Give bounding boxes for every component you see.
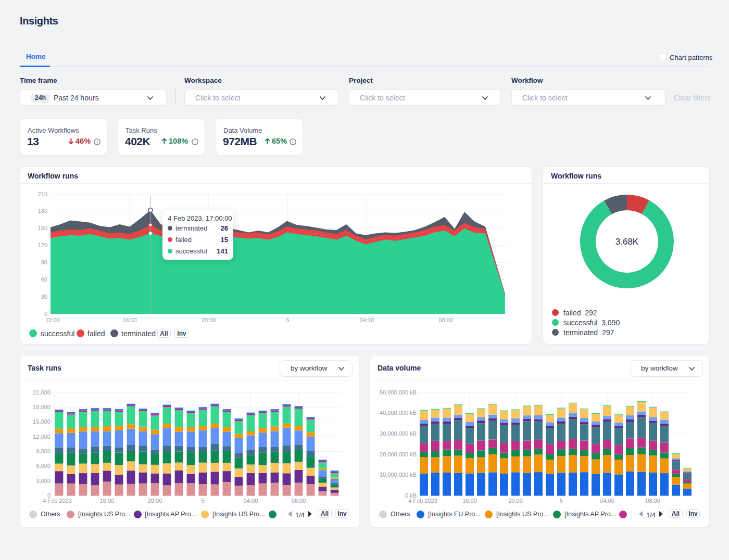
svg-text:5: 5: [560, 498, 563, 504]
svg-text:04:00: 04:00: [600, 498, 614, 504]
svg-text:20:00: 20:00: [508, 498, 523, 504]
svg-text:40,000,000 kB: 40,000,000 kB: [380, 410, 417, 416]
svg-text:16:00: 16:00: [462, 498, 477, 504]
svg-text:08:00: 08:00: [646, 498, 660, 504]
svg-text:50,000,000 kB: 50,000,000 kB: [380, 389, 417, 396]
svg-text:20,000,000 kB: 20,000,000 kB: [380, 451, 417, 457]
svg-text:30,000,000 kB: 30,000,000 kB: [380, 430, 417, 437]
svg-text:4 Feb 2023: 4 Feb 2023: [408, 498, 437, 504]
svg-text:10,000,000 kB: 10,000,000 kB: [380, 472, 417, 478]
